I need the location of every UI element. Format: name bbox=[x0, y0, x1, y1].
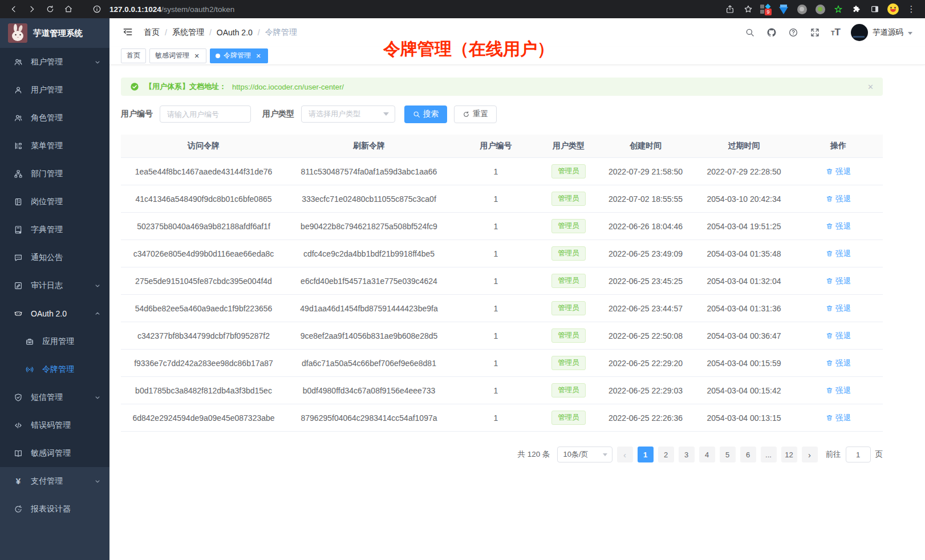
address-bar[interactable]: 127.0.0.1:1024/system/oauth2/token bbox=[89, 2, 720, 16]
github-icon[interactable] bbox=[766, 27, 777, 38]
sidebar-item-9[interactable]: OAuth 2.0 bbox=[0, 299, 109, 327]
table-row: f9336e7c7dd242a283ee98dc86b17a87 dfa6c71… bbox=[121, 350, 883, 377]
sidebar-item-4[interactable]: 部门管理 bbox=[0, 160, 109, 188]
page-button-4[interactable]: 4 bbox=[699, 447, 715, 462]
force-logout-button[interactable]: 强退 bbox=[826, 358, 851, 368]
search-button-label: 搜索 bbox=[423, 109, 439, 119]
user-type-select[interactable]: 请选择用户类型 bbox=[301, 105, 395, 123]
report-icon bbox=[14, 505, 23, 514]
page-info-icon[interactable] bbox=[89, 2, 105, 16]
profile-avatar-icon[interactable] bbox=[885, 2, 901, 16]
table-row: b0d1785bc3a8482f812db4a3f3bd15ec b0df498… bbox=[121, 377, 883, 404]
sidebar-item-11[interactable]: 令牌管理 bbox=[0, 355, 109, 383]
table-row: 41c41346a548490f9dc8b01c6bfe0865 333ecfc… bbox=[121, 185, 883, 213]
extension-record-icon[interactable] bbox=[812, 2, 828, 16]
extension-tag-manager-icon[interactable]: 9 bbox=[758, 2, 773, 16]
force-logout-button[interactable]: 强退 bbox=[826, 221, 851, 232]
sidebar-item-13[interactable]: 错误码管理 bbox=[0, 411, 109, 439]
sidebar-item-2[interactable]: 角色管理 bbox=[0, 104, 109, 132]
table-header: 访问令牌刷新令牌用户编号用户类型创建时间过期时间操作 bbox=[121, 135, 883, 158]
page-button-3[interactable]: 3 bbox=[679, 447, 695, 462]
force-logout-button[interactable]: 强退 bbox=[826, 303, 851, 314]
user-menu[interactable]: 芋道源码 bbox=[851, 24, 912, 41]
browser-menu-icon[interactable]: ⋮ bbox=[903, 2, 919, 16]
force-logout-button[interactable]: 强退 bbox=[826, 276, 851, 286]
sidebar-item-1[interactable]: 用户管理 bbox=[0, 76, 109, 104]
sidebar-item-3[interactable]: 菜单管理 bbox=[0, 132, 109, 160]
doc-alert: 【用户体系】文档地址： https://doc.iocoder.cn/user-… bbox=[121, 78, 883, 96]
sidebar-item-15[interactable]: ¥ 支付管理 bbox=[0, 467, 109, 495]
logo-bar[interactable]: 芋道管理系统 bbox=[0, 18, 109, 48]
reset-button[interactable]: 重置 bbox=[454, 105, 497, 123]
goto-page-input[interactable] bbox=[846, 447, 871, 462]
token-icon bbox=[25, 365, 34, 374]
extension-evernote-star-icon[interactable] bbox=[830, 2, 846, 16]
tag-close-icon[interactable]: ✕ bbox=[193, 52, 201, 60]
sidebar-item-7[interactable]: 通知公告 bbox=[0, 244, 109, 271]
breadcrumb-item[interactable]: OAuth 2.0 bbox=[217, 28, 253, 37]
page-button-1[interactable]: 1 bbox=[638, 447, 654, 462]
audit-log-icon bbox=[14, 281, 23, 290]
back-icon[interactable] bbox=[6, 2, 22, 16]
sidebar-item-5[interactable]: 岗位管理 bbox=[0, 188, 109, 216]
breadcrumb-separator: / bbox=[165, 28, 167, 37]
force-logout-button[interactable]: 强退 bbox=[826, 385, 851, 396]
cell-expires: 2054-03-04 00:36:47 bbox=[694, 322, 794, 349]
breadcrumb-item[interactable]: 首页 bbox=[144, 27, 160, 38]
tag-1[interactable]: 敏感词管理 ✕ bbox=[149, 48, 206, 63]
force-logout-button[interactable]: 强退 bbox=[826, 413, 851, 423]
home-icon[interactable] bbox=[60, 2, 76, 16]
breadcrumb-item[interactable]: 系统管理 bbox=[172, 27, 204, 38]
search-icon[interactable] bbox=[744, 27, 756, 38]
doc-link[interactable]: https://doc.iocoder.cn/user-center/ bbox=[232, 83, 344, 91]
user-id-input[interactable] bbox=[160, 105, 251, 123]
force-logout-button[interactable]: 强退 bbox=[826, 331, 851, 341]
prev-page-button[interactable]: ‹ bbox=[617, 447, 633, 462]
sidebar-item-label: 菜单管理 bbox=[31, 141, 102, 151]
force-logout-button[interactable]: 强退 bbox=[826, 194, 851, 204]
next-page-button[interactable]: › bbox=[802, 447, 818, 462]
page-button-12[interactable]: 12 bbox=[781, 447, 797, 462]
trash-icon bbox=[826, 387, 833, 394]
share-icon[interactable] bbox=[722, 2, 738, 16]
bookmark-star-icon[interactable] bbox=[740, 2, 756, 16]
sidebar-item-0[interactable]: 租户管理 bbox=[0, 48, 109, 76]
force-logout-label: 强退 bbox=[835, 303, 851, 314]
tenant-users-icon bbox=[14, 58, 23, 67]
sidebar-item-6[interactable]: 字典管理 bbox=[0, 216, 109, 244]
sidebar-item-12[interactable]: 短信管理 bbox=[0, 383, 109, 411]
menu-tree-icon bbox=[14, 141, 23, 151]
page-size-select[interactable]: 10条/页 bbox=[557, 447, 612, 462]
font-size-icon[interactable]: TT bbox=[831, 27, 841, 38]
alert-close-icon[interactable]: ✕ bbox=[867, 83, 874, 91]
page-button-...[interactable]: ... bbox=[761, 447, 777, 462]
tag-0[interactable]: 首页 bbox=[121, 48, 146, 63]
reload-icon[interactable] bbox=[42, 2, 58, 16]
sidebar-item-10[interactable]: 应用管理 bbox=[0, 327, 109, 355]
cell-access-token: 275e5de9151045fe87cbdc395e004f4d bbox=[121, 267, 286, 294]
extension-gem-icon[interactable] bbox=[776, 2, 792, 16]
force-logout-button[interactable]: 强退 bbox=[826, 167, 851, 177]
force-logout-button[interactable]: 强退 bbox=[826, 249, 851, 259]
help-icon[interactable] bbox=[788, 27, 799, 38]
page-button-2[interactable]: 2 bbox=[658, 447, 674, 462]
forward-icon[interactable] bbox=[24, 2, 40, 16]
cell-user-id: 1 bbox=[452, 240, 540, 267]
page-button-6[interactable]: 6 bbox=[740, 447, 756, 462]
sidebar-item-16[interactable]: 报表设计器 bbox=[0, 495, 109, 523]
page-button-5[interactable]: 5 bbox=[720, 447, 736, 462]
sidebar-item-label: 应用管理 bbox=[42, 336, 102, 347]
search-button[interactable]: 搜索 bbox=[404, 105, 447, 123]
tag-close-icon[interactable]: ✕ bbox=[254, 52, 262, 60]
cell-access-token: b0d1785bc3a8482f812db4a3f3bd15ec bbox=[121, 377, 286, 404]
tag-2[interactable]: 令牌管理 ✕ bbox=[210, 48, 268, 63]
extensions-puzzle-icon[interactable] bbox=[849, 2, 865, 16]
sidebar-item-14[interactable]: 敏感词管理 bbox=[0, 439, 109, 467]
sidebar-collapse-icon[interactable] bbox=[122, 26, 135, 39]
force-logout-label: 强退 bbox=[835, 413, 851, 423]
cell-user-type: 管理员 bbox=[540, 213, 597, 240]
fullscreen-icon[interactable] bbox=[809, 27, 821, 38]
extension-command-icon[interactable] bbox=[794, 2, 810, 16]
sidebar-item-8[interactable]: 审计日志 bbox=[0, 271, 109, 299]
side-panel-icon[interactable] bbox=[867, 2, 883, 16]
